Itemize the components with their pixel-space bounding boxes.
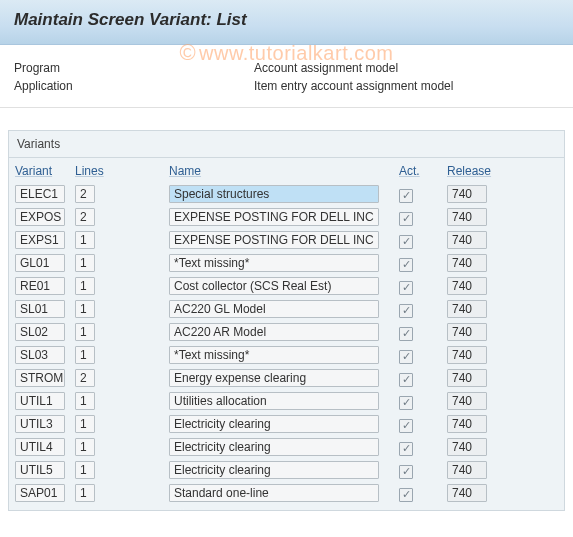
table-row[interactable]: UTIL51Electricity clearing740 (9, 460, 564, 483)
variant-cell[interactable]: SL01 (15, 300, 65, 318)
release-cell: 740 (447, 300, 487, 318)
variant-cell[interactable]: RE01 (15, 277, 65, 295)
col-header-act[interactable]: Act. (399, 164, 447, 178)
active-checkbox[interactable] (399, 281, 413, 295)
application-value: Item entry account assignment model (254, 79, 453, 93)
lines-cell[interactable]: 1 (75, 346, 95, 364)
program-value: Account assignment model (254, 61, 398, 75)
variant-cell[interactable]: EXPS1 (15, 231, 65, 249)
release-cell: 740 (447, 208, 487, 226)
table-row[interactable]: STROM2Energy expense clearing740 (9, 368, 564, 391)
lines-cell[interactable]: 2 (75, 369, 95, 387)
variant-cell[interactable]: UTIL4 (15, 438, 65, 456)
active-checkbox[interactable] (399, 488, 413, 502)
lines-cell[interactable]: 1 (75, 415, 95, 433)
section-title: Variants (9, 131, 564, 158)
variant-cell[interactable]: ELEC1 (15, 185, 65, 203)
active-checkbox[interactable] (399, 465, 413, 479)
lines-cell[interactable]: 2 (75, 185, 95, 203)
active-checkbox[interactable] (399, 258, 413, 272)
application-label: Application (14, 79, 254, 93)
title-bar: Maintain Screen Variant: List (0, 0, 573, 45)
release-cell: 740 (447, 484, 487, 502)
lines-cell[interactable]: 1 (75, 484, 95, 502)
name-cell[interactable]: Electricity clearing (169, 438, 379, 456)
variant-cell[interactable]: GL01 (15, 254, 65, 272)
table-row[interactable]: UTIL31Electricity clearing740 (9, 414, 564, 437)
release-cell: 740 (447, 185, 487, 203)
name-cell[interactable]: Standard one-line (169, 484, 379, 502)
release-cell: 740 (447, 323, 487, 341)
table-row[interactable]: SAP011Standard one-line740 (9, 483, 564, 506)
release-cell: 740 (447, 254, 487, 272)
table-row[interactable]: RE011Cost collector (SCS Real Est)740 (9, 276, 564, 299)
table-row[interactable]: SL021AC220 AR Model740 (9, 322, 564, 345)
table-row[interactable]: EXPOS2EXPENSE POSTING FOR DELL INC740 (9, 207, 564, 230)
name-cell[interactable]: AC220 GL Model (169, 300, 379, 318)
lines-cell[interactable]: 1 (75, 277, 95, 295)
col-header-variant[interactable]: Variant (15, 164, 75, 178)
release-cell: 740 (447, 346, 487, 364)
variant-cell[interactable]: UTIL5 (15, 461, 65, 479)
col-header-lines[interactable]: Lines (75, 164, 169, 178)
table-row[interactable]: ELEC12Special structures740 (9, 184, 564, 207)
page-title: Maintain Screen Variant: List (14, 10, 559, 30)
name-cell[interactable]: Electricity clearing (169, 461, 379, 479)
variants-section: Variants Variant Lines Name Act. Release… (8, 130, 565, 511)
active-checkbox[interactable] (399, 442, 413, 456)
variant-cell[interactable]: UTIL1 (15, 392, 65, 410)
variant-cell[interactable]: SAP01 (15, 484, 65, 502)
name-cell[interactable]: Utilities allocation (169, 392, 379, 410)
name-cell[interactable]: *Text missing* (169, 346, 379, 364)
grid-header: Variant Lines Name Act. Release (9, 158, 564, 184)
name-cell[interactable]: Energy expense clearing (169, 369, 379, 387)
lines-cell[interactable]: 2 (75, 208, 95, 226)
field-row-application: Application Item entry account assignmen… (14, 79, 559, 93)
variant-cell[interactable]: EXPOS (15, 208, 65, 226)
table-row[interactable]: SL031*Text missing*740 (9, 345, 564, 368)
variant-cell[interactable]: SL02 (15, 323, 65, 341)
program-label: Program (14, 61, 254, 75)
release-cell: 740 (447, 277, 487, 295)
active-checkbox[interactable] (399, 327, 413, 341)
col-header-release[interactable]: Release (447, 164, 527, 178)
lines-cell[interactable]: 1 (75, 392, 95, 410)
release-cell: 740 (447, 369, 487, 387)
table-row[interactable]: GL011*Text missing*740 (9, 253, 564, 276)
name-cell[interactable]: EXPENSE POSTING FOR DELL INC (169, 208, 379, 226)
lines-cell[interactable]: 1 (75, 438, 95, 456)
variant-cell[interactable]: SL03 (15, 346, 65, 364)
lines-cell[interactable]: 1 (75, 323, 95, 341)
table-row[interactable]: UTIL11Utilities allocation740 (9, 391, 564, 414)
name-cell[interactable]: AC220 AR Model (169, 323, 379, 341)
name-cell[interactable]: Cost collector (SCS Real Est) (169, 277, 379, 295)
header-fields: Program Account assignment model Applica… (0, 45, 573, 108)
active-checkbox[interactable] (399, 304, 413, 318)
name-cell[interactable]: Electricity clearing (169, 415, 379, 433)
release-cell: 740 (447, 231, 487, 249)
active-checkbox[interactable] (399, 212, 413, 226)
lines-cell[interactable]: 1 (75, 254, 95, 272)
table-row[interactable]: EXPS11EXPENSE POSTING FOR DELL INC740 (9, 230, 564, 253)
active-checkbox[interactable] (399, 350, 413, 364)
release-cell: 740 (447, 392, 487, 410)
col-header-name[interactable]: Name (169, 164, 399, 178)
name-cell[interactable]: Special structures (169, 185, 379, 203)
active-checkbox[interactable] (399, 235, 413, 249)
active-checkbox[interactable] (399, 373, 413, 387)
name-cell[interactable]: *Text missing* (169, 254, 379, 272)
variant-cell[interactable]: STROM (15, 369, 65, 387)
active-checkbox[interactable] (399, 396, 413, 410)
variant-cell[interactable]: UTIL3 (15, 415, 65, 433)
table-row[interactable]: UTIL41Electricity clearing740 (9, 437, 564, 460)
release-cell: 740 (447, 461, 487, 479)
name-cell[interactable]: EXPENSE POSTING FOR DELL INC (169, 231, 379, 249)
lines-cell[interactable]: 1 (75, 300, 95, 318)
field-row-program: Program Account assignment model (14, 61, 559, 75)
active-checkbox[interactable] (399, 189, 413, 203)
active-checkbox[interactable] (399, 419, 413, 433)
lines-cell[interactable]: 1 (75, 461, 95, 479)
release-cell: 740 (447, 438, 487, 456)
lines-cell[interactable]: 1 (75, 231, 95, 249)
table-row[interactable]: SL011AC220 GL Model740 (9, 299, 564, 322)
